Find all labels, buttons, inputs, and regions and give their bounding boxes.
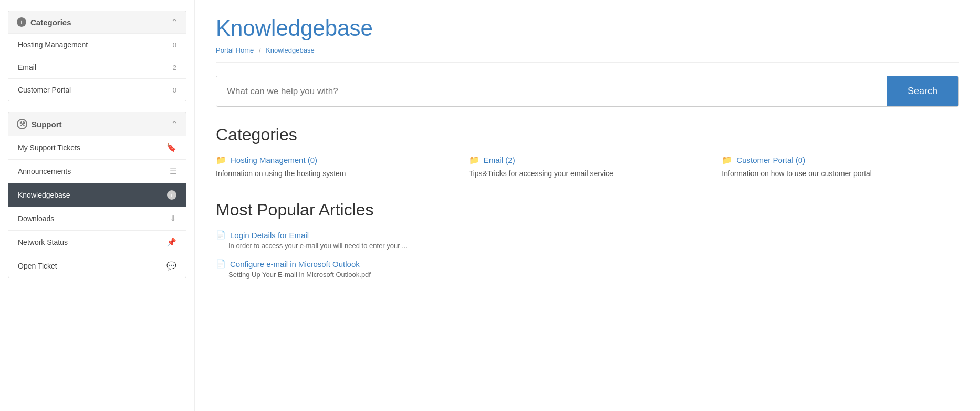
sidebar-item-network-status[interactable]: Network Status 📌: [8, 230, 186, 254]
sidebar-item-downloads[interactable]: Downloads ⇓: [8, 207, 186, 230]
sidebar-item-label: Open Ticket: [18, 262, 166, 270]
download-icon: ⇓: [170, 214, 176, 223]
category-link-label: Email (2): [484, 156, 515, 165]
categories-header: i Categories ⌃: [8, 11, 186, 33]
support-section: ⚒ Support ⌃ My Support Tickets 🔖 Announc…: [8, 112, 186, 278]
sidebar-item-label: Network Status: [18, 238, 166, 246]
sidebar-item-announcements[interactable]: Announcements ☰: [8, 159, 186, 183]
article-link-label: Configure e-mail in Microsoft Outlook: [230, 260, 360, 269]
breadcrumb-home[interactable]: Portal Home: [216, 46, 254, 54]
category-desc: Information on how to use our customer p…: [722, 168, 959, 179]
category-link-hosting[interactable]: 📁 Hosting Management (0): [216, 155, 453, 165]
sidebar-item-label: Email: [18, 63, 173, 71]
sidebar-item-label: My Support Tickets: [18, 143, 166, 152]
sidebar-item-label: Hosting Management: [18, 40, 173, 49]
category-desc: Tips&Tricks for accessing your email ser…: [469, 168, 706, 179]
folder-icon: 📁: [216, 155, 226, 165]
article-desc: In order to access your e-mail you will …: [228, 242, 959, 250]
tag-icon: 🔖: [166, 143, 176, 152]
sidebar-item-knowledgebase[interactable]: Knowledgebase i: [8, 183, 186, 207]
sidebar-item-my-support-tickets[interactable]: My Support Tickets 🔖: [8, 136, 186, 159]
breadcrumb-current[interactable]: Knowledgebase: [266, 46, 315, 54]
list-icon: ☰: [170, 167, 176, 176]
article-item-login: 📄 Login Details for Email In order to ac…: [216, 230, 959, 250]
categories-section: i Categories ⌃ Hosting Management 0 Emai…: [8, 11, 186, 101]
sidebar-item-label: Announcements: [18, 167, 170, 176]
search-input[interactable]: [216, 76, 887, 106]
knowledgebase-icon: i: [167, 190, 176, 200]
search-bar: Search: [216, 76, 959, 107]
categories-header-label: Categories: [30, 18, 71, 27]
category-link-portal[interactable]: 📁 Customer Portal (0): [722, 155, 959, 165]
sidebar-item-open-ticket[interactable]: Open Ticket 💬: [8, 254, 186, 278]
chevron-up-icon[interactable]: ⌃: [171, 18, 178, 26]
sidebar-item-label: Downloads: [18, 214, 170, 223]
support-header-label: Support: [32, 120, 62, 129]
support-icon: ⚒: [17, 119, 27, 129]
support-header: ⚒ Support ⌃: [8, 112, 186, 136]
category-card-hosting: 📁 Hosting Management (0) Information on …: [216, 155, 453, 179]
category-card-portal: 📁 Customer Portal (0) Information on how…: [722, 155, 959, 179]
category-desc: Information on using the hosting system: [216, 168, 453, 179]
sidebar-item-email[interactable]: Email 2: [8, 56, 186, 78]
page-title: Knowledgebase: [216, 16, 959, 41]
article-link-outlook[interactable]: 📄 Configure e-mail in Microsoft Outlook: [216, 259, 959, 269]
search-button[interactable]: Search: [887, 76, 958, 106]
sidebar-item-label: Customer Portal: [18, 86, 173, 94]
articles-list: 📄 Login Details for Email In order to ac…: [216, 230, 959, 279]
article-item-outlook: 📄 Configure e-mail in Microsoft Outlook …: [216, 259, 959, 279]
article-icon: 📄: [216, 259, 226, 269]
sidebar-item-badge: 0: [173, 41, 176, 49]
sidebar-item-badge: 0: [173, 86, 176, 94]
chevron-up-icon[interactable]: ⌃: [171, 120, 178, 128]
category-card-email: 📁 Email (2) Tips&Tricks for accessing yo…: [469, 155, 706, 179]
folder-icon: 📁: [469, 155, 479, 165]
categories-section-title: Categories: [216, 125, 959, 145]
breadcrumb-separator: /: [259, 46, 261, 54]
wifi-icon: 📌: [166, 238, 176, 247]
category-link-label: Hosting Management (0): [231, 156, 317, 165]
breadcrumb: Portal Home / Knowledgebase: [216, 46, 959, 63]
comment-icon: 💬: [166, 261, 176, 271]
sidebar-item-hosting-management[interactable]: Hosting Management 0: [8, 33, 186, 56]
article-icon: 📄: [216, 230, 226, 240]
category-link-label: Customer Portal (0): [736, 156, 805, 165]
sidebar-item-label: Knowledgebase: [18, 191, 167, 199]
main-content: Knowledgebase Portal Home / Knowledgebas…: [194, 0, 980, 411]
article-link-login[interactable]: 📄 Login Details for Email: [216, 230, 959, 240]
categories-grid: 📁 Hosting Management (0) Information on …: [216, 155, 959, 179]
category-link-email[interactable]: 📁 Email (2): [469, 155, 706, 165]
info-icon: i: [17, 17, 26, 27]
sidebar: i Categories ⌃ Hosting Management 0 Emai…: [0, 0, 194, 411]
article-link-label: Login Details for Email: [230, 231, 309, 240]
folder-icon: 📁: [722, 155, 732, 165]
popular-section-title: Most Popular Articles: [216, 200, 959, 220]
sidebar-item-badge: 2: [173, 64, 176, 71]
sidebar-item-customer-portal[interactable]: Customer Portal 0: [8, 78, 186, 101]
article-desc: Setting Up Your E-mail in Microsoft Outl…: [228, 271, 959, 279]
